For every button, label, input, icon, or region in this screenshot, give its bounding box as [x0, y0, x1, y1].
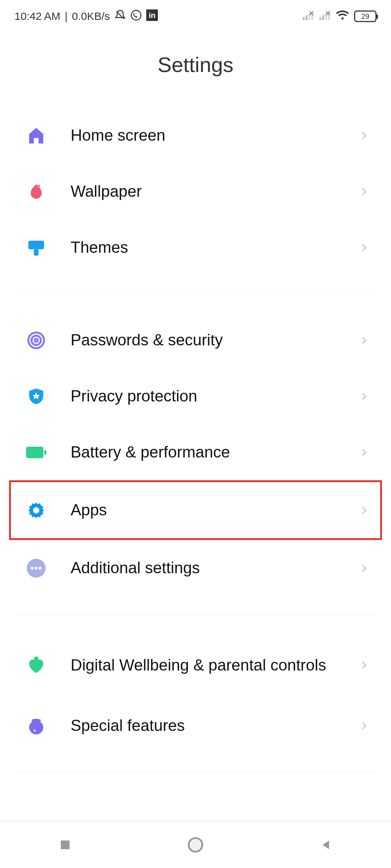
svg-point-26	[29, 720, 43, 734]
status-left: 10:42 AM | 0.0KB/s in	[14, 9, 158, 24]
more-circle-icon	[25, 557, 47, 579]
settings-item-additional-settings[interactable]: Additional settings	[14, 540, 377, 596]
heart-icon	[25, 654, 47, 676]
dnd-icon	[114, 9, 126, 24]
shield-icon	[25, 386, 47, 407]
settings-item-label: Wallpaper	[71, 182, 358, 201]
home-icon	[25, 125, 47, 146]
svg-point-11	[37, 184, 40, 188]
linkedin-icon: in	[146, 9, 158, 24]
status-right: 29	[303, 10, 377, 23]
status-time: 10:42 AM	[14, 10, 60, 22]
settings-item-themes[interactable]: Themes	[14, 220, 377, 276]
flask-icon	[25, 715, 47, 737]
chevron-right-icon	[358, 505, 369, 516]
svg-rect-8	[322, 15, 324, 20]
wallpaper-icon	[25, 181, 47, 203]
nav-recent-button[interactable]	[54, 834, 76, 856]
svg-point-27	[34, 729, 35, 731]
status-bar: 10:42 AM | 0.0KB/s in 29	[0, 0, 391, 33]
nav-back-button[interactable]	[315, 834, 337, 856]
svg-point-15	[31, 336, 41, 345]
signal-2-icon	[319, 10, 331, 23]
group-divider	[14, 614, 377, 614]
svg-point-0	[131, 10, 141, 20]
settings-item-label: Home screen	[71, 126, 358, 145]
battery-indicator: 29	[354, 10, 377, 22]
wifi-icon	[336, 10, 349, 23]
nav-home-button[interactable]	[185, 834, 206, 856]
settings-item-label: Additional settings	[71, 558, 358, 578]
svg-point-23	[39, 567, 42, 570]
chevron-right-icon	[358, 660, 369, 671]
status-netspeed: 0.0KB/s	[72, 10, 110, 22]
chevron-right-icon	[358, 720, 369, 731]
svg-rect-18	[44, 450, 46, 455]
group-divider	[14, 294, 377, 294]
battery-icon	[25, 442, 47, 463]
chevron-right-icon	[358, 391, 369, 402]
settings-group-3: Digital Wellbeing & parental controls Sp…	[0, 633, 391, 754]
settings-item-label: Themes	[71, 238, 358, 257]
svg-rect-3	[303, 17, 304, 20]
chevron-right-icon	[358, 130, 369, 141]
svg-rect-7	[319, 17, 321, 20]
settings-item-battery-performance[interactable]: Battery & performance	[14, 424, 377, 480]
settings-item-apps[interactable]: Apps	[14, 482, 377, 538]
group-divider	[14, 772, 377, 772]
settings-item-digital-wellbeing[interactable]: Digital Wellbeing & parental controls	[14, 633, 377, 698]
fingerprint-icon	[25, 329, 47, 351]
status-sep: |	[65, 10, 68, 22]
apps-gear-icon	[25, 499, 47, 521]
chevron-right-icon	[358, 563, 369, 574]
settings-item-wallpaper[interactable]: Wallpaper	[14, 163, 377, 220]
settings-item-passwords-security[interactable]: Passwords & security	[14, 312, 377, 368]
chevron-right-icon	[358, 447, 369, 458]
settings-group-1: Home screen Wallpaper Themes	[0, 107, 391, 276]
highlight-box-apps: Apps	[9, 480, 382, 540]
settings-group-2: Passwords & security Privacy protection …	[0, 312, 391, 596]
svg-point-30	[190, 839, 201, 850]
svg-rect-12	[28, 241, 44, 249]
settings-item-label: Special features	[71, 716, 358, 735]
svg-point-19	[33, 507, 39, 513]
settings-item-special-features[interactable]: Special features	[14, 698, 377, 754]
navigation-bar	[0, 821, 391, 868]
svg-rect-4	[306, 15, 307, 20]
signal-1-icon	[303, 10, 314, 23]
settings-item-label: Passwords & security	[71, 331, 358, 350]
svg-rect-28	[61, 841, 70, 849]
page-title: Settings	[0, 52, 391, 77]
svg-text:in: in	[148, 11, 155, 20]
svg-point-21	[31, 567, 34, 570]
settings-item-label: Apps	[71, 501, 358, 520]
chevron-right-icon	[358, 335, 369, 346]
svg-rect-13	[34, 249, 39, 255]
whatsapp-icon	[130, 9, 142, 24]
settings-item-label: Battery & performance	[71, 443, 358, 462]
chevron-right-icon	[358, 186, 369, 197]
svg-point-22	[35, 567, 38, 570]
svg-rect-17	[26, 447, 43, 458]
settings-item-home-screen[interactable]: Home screen	[14, 107, 377, 163]
svg-point-16	[35, 339, 38, 342]
settings-item-privacy-protection[interactable]: Privacy protection	[14, 368, 377, 424]
themes-icon	[25, 237, 47, 259]
settings-item-label: Digital Wellbeing & parental controls	[71, 656, 358, 675]
battery-level: 29	[361, 12, 369, 21]
settings-item-label: Privacy protection	[71, 387, 358, 406]
chevron-right-icon	[358, 242, 369, 253]
